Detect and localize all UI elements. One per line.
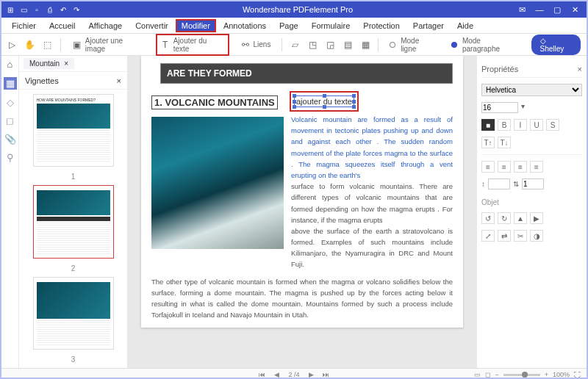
zoom-slider[interactable]: [503, 374, 540, 376]
opacity-button[interactable]: ◑: [530, 230, 543, 242]
zoom-value: 100%: [553, 371, 570, 378]
add-text-selection[interactable]: ajouter du texte: [290, 91, 359, 112]
menu-fichier[interactable]: Fichier: [6, 19, 42, 32]
menu-convertir[interactable]: Convertir: [129, 19, 174, 32]
watermark-icon[interactable]: ◳: [307, 40, 318, 50]
document-view[interactable]: ARE THEY FORMED 1. VOLCANIC MOUNTAINS aj…: [128, 56, 476, 368]
underline-button[interactable]: U: [530, 119, 543, 131]
redo-icon[interactable]: ↷: [72, 5, 81, 14]
thumb-label-1: 1: [71, 173, 76, 181]
rotate-right-button[interactable]: ↻: [498, 212, 511, 224]
line-spacing-input[interactable]: [522, 178, 544, 190]
menu-affichage[interactable]: Affichage: [82, 19, 128, 32]
left-rail: ⌂ ▦ ◇ ◻ 📎 ⚲: [1, 56, 19, 368]
sub-button[interactable]: T↓: [498, 137, 511, 148]
user-button[interactable]: ◇ Shelley: [531, 35, 581, 55]
bold-button[interactable]: B: [498, 119, 511, 131]
add-image-button[interactable]: ▣Ajouter une image: [68, 35, 148, 55]
doc-tab[interactable]: Mountain×: [24, 58, 74, 69]
prev-page-icon[interactable]: ◀: [274, 371, 279, 378]
open-icon[interactable]: ▭: [19, 5, 28, 14]
menu-aide[interactable]: Aide: [451, 19, 479, 32]
footer-icon[interactable]: ▦: [360, 40, 370, 50]
mode-line[interactable]: Mode ligne: [386, 35, 440, 55]
line-spacing-icon: ⇅: [513, 180, 519, 188]
flip-v-button[interactable]: ▶: [530, 212, 543, 224]
maximize-icon[interactable]: ▢: [550, 4, 564, 15]
align-justify-button[interactable]: ≡: [530, 161, 543, 173]
fullscreen-icon[interactable]: ⛶: [574, 371, 581, 378]
next-page-icon[interactable]: ▶: [309, 371, 314, 378]
font-size-input[interactable]: [481, 102, 518, 113]
banner: ARE THEY FORMED: [160, 63, 453, 84]
align-right-button[interactable]: ≡: [514, 161, 527, 173]
add-text-button[interactable]: TAjouter du texte: [156, 34, 229, 56]
menubar: Fichier Accueil Affichage Convertir Modi…: [1, 18, 587, 34]
background-icon[interactable]: ◲: [325, 40, 335, 50]
menu-partager[interactable]: Partager: [407, 19, 450, 32]
thumbnail-1[interactable]: HOW ARE MOUNTAINS FORMED?: [33, 94, 114, 167]
menu-accueil[interactable]: Accueil: [43, 19, 81, 32]
select-icon[interactable]: ⬚: [43, 40, 53, 50]
extract-button[interactable]: ⤢: [481, 230, 495, 242]
minimize-icon[interactable]: —: [532, 4, 547, 15]
hand-icon[interactable]: ✋: [25, 40, 35, 50]
fit-width-icon[interactable]: ▭: [474, 371, 481, 378]
italic-button[interactable]: I: [514, 119, 527, 131]
menu-annotations[interactable]: Annotations: [218, 19, 272, 32]
attachment-icon[interactable]: 📎: [4, 134, 16, 145]
panel-close-icon[interactable]: ×: [117, 76, 121, 85]
rotate-left-button[interactable]: ↺: [481, 212, 495, 224]
thumbnail-2[interactable]: [33, 185, 114, 258]
thumb-label-2: 2: [71, 264, 76, 272]
fit-page-icon[interactable]: ◻: [485, 371, 490, 378]
last-page-icon[interactable]: ⏭: [323, 371, 329, 378]
mail-icon[interactable]: ✉: [514, 4, 529, 15]
undo-icon[interactable]: ↶: [59, 5, 68, 14]
props-close-icon[interactable]: ×: [578, 65, 582, 73]
zoom-out-icon[interactable]: −: [495, 371, 498, 378]
first-page-icon[interactable]: ⏮: [259, 371, 265, 378]
titlebar: ⊞ ▭ ▫ ⎙ ↶ ↷ Wondershare PDFelement Pro ✉…: [1, 1, 587, 18]
super-button[interactable]: T↑: [481, 137, 495, 148]
flip-h-button[interactable]: ▲: [514, 212, 527, 224]
thumbnail-3[interactable]: [33, 277, 114, 350]
thumbnails-panel: Mountain× Vignettes× HOW ARE MOUNTAINS F…: [19, 56, 128, 368]
save-icon[interactable]: ▫: [32, 5, 41, 14]
font-size-dropdown-icon[interactable]: ▾: [521, 102, 525, 113]
pointer-icon[interactable]: ▷: [7, 40, 18, 50]
article-text-2[interactable]: The other type of volcanic mountain is f…: [151, 276, 453, 321]
heading[interactable]: 1. VOLCANIC MOUNTAINS: [151, 95, 278, 109]
zoom-in-icon[interactable]: +: [545, 371, 548, 378]
print-icon[interactable]: ⎙: [46, 5, 54, 14]
home-icon[interactable]: ⌂: [7, 59, 13, 70]
mode-paragraph[interactable]: Mode paragraphe: [448, 35, 524, 55]
crop-button[interactable]: ✂: [514, 230, 527, 242]
menu-modifier[interactable]: Modifier: [176, 19, 216, 32]
menu-formulaire[interactable]: Formulaire: [306, 19, 356, 32]
replace-button[interactable]: ⇄: [498, 230, 511, 242]
strike-button[interactable]: S: [546, 119, 559, 131]
page: ARE THEY FORMED 1. VOLCANIC MOUNTAINS aj…: [141, 56, 463, 328]
crop-icon[interactable]: ▱: [290, 40, 300, 50]
menu-page[interactable]: Page: [273, 19, 304, 32]
article-text[interactable]: Volcanic mountain are formed as a result…: [291, 114, 453, 270]
page-indicator[interactable]: 2 /4: [288, 371, 299, 378]
align-center-button[interactable]: ≡: [498, 161, 511, 173]
menu-protection[interactable]: Protection: [357, 19, 406, 32]
close-icon[interactable]: ✕: [567, 4, 582, 15]
color-button[interactable]: ■: [481, 119, 495, 131]
links-button[interactable]: ⚯Liens: [237, 37, 275, 52]
font-select[interactable]: Helvetica: [481, 84, 582, 96]
align-left-button[interactable]: ≡: [481, 161, 495, 173]
tab-close-icon[interactable]: ×: [64, 59, 68, 68]
thumb-label-3: 3: [71, 355, 76, 364]
search-icon[interactable]: ⚲: [7, 152, 14, 163]
logo-icon: ⊞: [6, 5, 15, 14]
header-icon[interactable]: ▤: [343, 40, 353, 50]
thumbnails-icon[interactable]: ▦: [4, 77, 17, 90]
properties-title: Propriétés: [481, 65, 518, 73]
bookmark-icon[interactable]: ◇: [7, 97, 14, 108]
comment-icon[interactable]: ◻: [6, 115, 14, 126]
spacing-input[interactable]: [488, 178, 510, 190]
